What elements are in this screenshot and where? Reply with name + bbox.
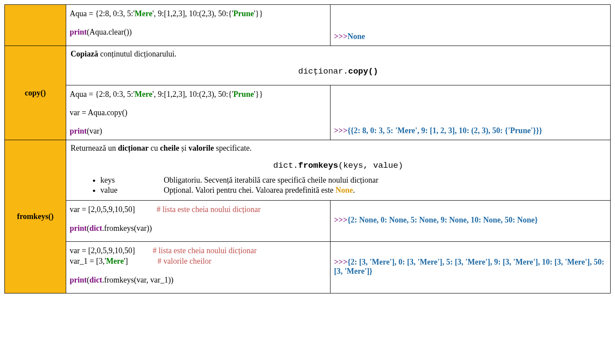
code-text: var = [2,0,5,9,10,50] xyxy=(70,205,135,214)
table-row: fromkeys() Returnează un dicționar cu ch… xyxy=(5,140,611,201)
table-row: var = [2,0,5,9,10,50] # lista este cheia… xyxy=(5,242,611,293)
repl-prompt: >>> xyxy=(334,258,348,266)
code-text: (var) xyxy=(87,127,102,135)
code-cell: var = [2,0,5,9,10,50] # lista este cheia… xyxy=(66,201,331,242)
syntax-text: (keys, value) xyxy=(338,161,403,170)
syntax-line: dicționar.copy() xyxy=(71,67,606,76)
code-text: Aqua = {2:8, 0:3, 5:' xyxy=(70,9,135,18)
code-text: (Aqua.clear()) xyxy=(87,28,132,36)
code-pad xyxy=(128,257,158,265)
table-row: var = [2,0,5,9,10,50] # lista este cheia… xyxy=(5,201,611,242)
desc-bold: valorile xyxy=(188,144,214,152)
method-clear xyxy=(5,5,66,46)
string-literal: Mere xyxy=(135,90,153,99)
desc-text: conținutul dicționarului. xyxy=(98,49,176,58)
method-copy: copy() xyxy=(5,46,66,140)
desc-bold: Copiază xyxy=(71,49,98,58)
keyword-dict: dict xyxy=(89,224,102,233)
code-text: '}} xyxy=(254,9,263,18)
desc-text: cu xyxy=(149,144,160,152)
code-comment: # valorile cheilor xyxy=(157,257,211,265)
methods-table: Aqua = {2:8, 0:3, 5:'Mere', 9:[1,2,3], 1… xyxy=(4,4,611,293)
syntax-method: fromkeys xyxy=(298,161,338,170)
code-pad xyxy=(135,246,153,255)
method-fromkeys: fromkeys() xyxy=(5,140,66,293)
description-cell: Returnează un dicționar cu cheile și val… xyxy=(66,140,611,201)
param-desc: Obligatoriu. Secvență iterabilă care spe… xyxy=(164,176,379,184)
desc-text: specificate. xyxy=(214,144,252,152)
repl-prompt: >>> xyxy=(334,216,348,224)
param-name: value xyxy=(100,186,162,195)
code-text: var_1 = [3,' xyxy=(70,257,106,265)
code-cell: Aqua = {2:8, 0:3, 5:'Mere', 9:[1,2,3], 1… xyxy=(66,85,331,140)
table-row: Aqua = {2:8, 0:3, 5:'Mere', 9:[1,2,3], 1… xyxy=(5,85,611,140)
output-value: {2: [3, 'Mere'], 0: [3, 'Mere'], 5: [3, … xyxy=(334,258,604,276)
string-literal: Mere xyxy=(135,9,153,18)
param-name: keys xyxy=(100,176,162,185)
output-cell: >>>{2: None, 0: None, 5: None, 9: None, … xyxy=(331,201,611,242)
string-literal: Prune xyxy=(233,9,254,18)
output-value: None xyxy=(348,32,365,41)
code-text: .fromkeys(var, var_1)) xyxy=(102,276,174,284)
code-comment: # lista este cheia noului dicționar xyxy=(156,205,260,214)
table-row: Aqua = {2:8, 0:3, 5:'Mere', 9:[1,2,3], 1… xyxy=(5,5,611,46)
param-item: value Opțional. Valori pentru chei. Valo… xyxy=(100,186,606,195)
description-cell: Copiază conținutul dicționarului. dicțio… xyxy=(66,46,611,85)
repl-prompt: >>> xyxy=(334,126,348,135)
code-text: var = [2,0,5,9,10,50] xyxy=(70,246,135,255)
code-pad xyxy=(135,205,157,214)
code-text: '] xyxy=(124,257,128,265)
keyword-print: print xyxy=(70,276,87,284)
code-cell: var = [2,0,5,9,10,50] # lista este cheia… xyxy=(66,242,331,293)
keyword-print: print xyxy=(70,127,87,135)
desc-bold: dicționar xyxy=(118,144,149,152)
syntax-method: copy() xyxy=(348,67,378,76)
keyword-print: print xyxy=(70,224,87,233)
table-row: copy() Copiază conținutul dicționarului.… xyxy=(5,46,611,85)
keyword-print: print xyxy=(70,28,87,36)
code-text: Aqua = {2:8, 0:3, 5:' xyxy=(70,90,135,99)
syntax-text: dicționar. xyxy=(298,67,348,76)
code-text: ', 9:[1,2,3], 10:(2,3), 50:{' xyxy=(153,90,234,99)
code-text: '}} xyxy=(254,90,263,99)
output-cell: >>>{{2: 8, 0: 3, 5: 'Mere', 9: [1, 2, 3]… xyxy=(331,85,611,140)
desc-text: Returnează un xyxy=(71,144,118,152)
desc-bold: cheile xyxy=(160,144,179,152)
code-comment: # lista este cheia noului dicționar xyxy=(153,246,256,255)
keyword-dict: dict xyxy=(89,276,102,284)
param-desc: . xyxy=(353,186,355,194)
code-text: var = Aqua.copy() xyxy=(70,108,128,117)
code-cell: Aqua = {2:8, 0:3, 5:'Mere', 9:[1,2,3], 1… xyxy=(66,5,331,46)
string-literal: Prune xyxy=(233,90,254,99)
output-value: {{2: 8, 0: 3, 5: 'Mere', 9: [1, 2, 3], 1… xyxy=(348,126,542,135)
output-cell: >>>None xyxy=(331,5,611,46)
param-list: keys Obligatoriu. Secvență iterabilă car… xyxy=(83,176,606,195)
param-item: keys Obligatoriu. Secvență iterabilă car… xyxy=(100,176,606,185)
code-text: ', 9:[1,2,3], 10:(2,3), 50:{' xyxy=(153,9,234,18)
syntax-text: dict. xyxy=(273,161,298,170)
repl-prompt: >>> xyxy=(334,32,348,41)
param-desc: Opțional. Valori pentru chei. Valoarea p… xyxy=(164,186,336,194)
output-cell: >>>{2: [3, 'Mere'], 0: [3, 'Mere'], 5: [… xyxy=(331,242,611,293)
none-literal: None xyxy=(335,186,353,194)
output-value: {2: None, 0: None, 5: None, 9: None, 10:… xyxy=(348,216,538,224)
code-text: .fromkeys(var)) xyxy=(102,224,152,233)
string-literal: Mere xyxy=(106,257,124,265)
syntax-line: dict.fromkeys(keys, value) xyxy=(71,161,606,170)
desc-text: și xyxy=(179,144,188,152)
